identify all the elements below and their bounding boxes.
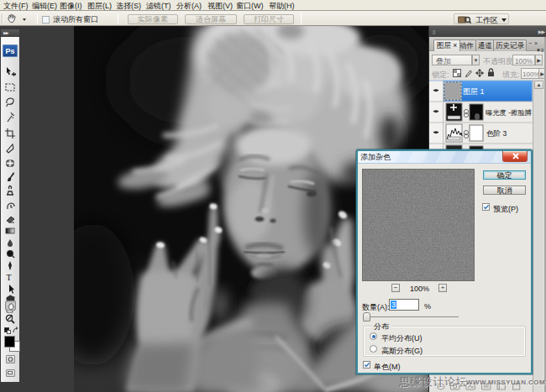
svg-text:T: T bbox=[7, 273, 12, 282]
svg-text:色阶 3: 色阶 3 bbox=[486, 129, 507, 138]
svg-text:图层 1: 图层 1 bbox=[463, 87, 485, 96]
svg-text:曝光度 -擦脸膊: 曝光度 -擦脸膊 bbox=[486, 108, 533, 117]
